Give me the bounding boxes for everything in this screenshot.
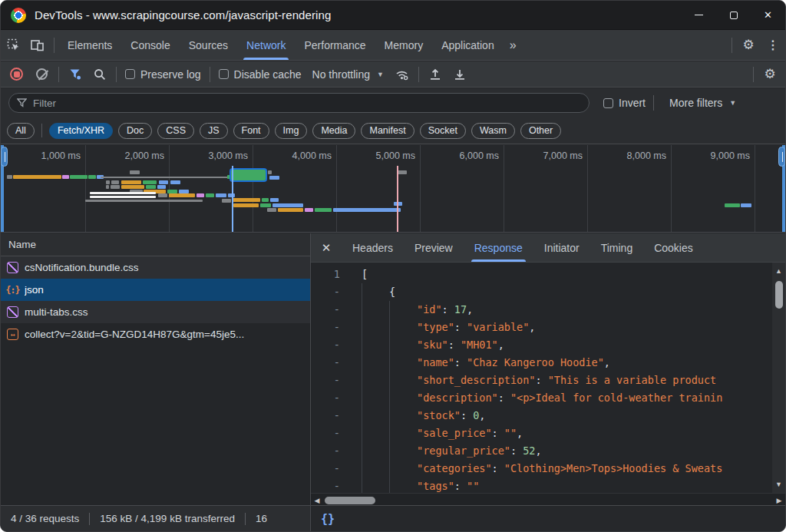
disable-cache-checkbox[interactable] [219, 69, 229, 79]
clear-network-log-icon[interactable] [36, 68, 48, 80]
line-content: "name": "Chaz Kangeroo Hoodie", [351, 354, 610, 372]
inspect-element-icon[interactable] [1, 34, 25, 57]
filter-chip-js[interactable]: JS [200, 123, 228, 139]
tab-sources[interactable]: Sources [180, 30, 237, 60]
device-toolbar-icon[interactable] [25, 34, 50, 57]
waterfall-bar [333, 208, 401, 212]
request-row-json[interactable]: {:}json [1, 279, 310, 301]
separator [653, 95, 654, 111]
filter-chip-wasm[interactable]: Wasm [471, 123, 515, 139]
waterfall-bar [222, 199, 231, 203]
kebab-menu-icon[interactable]: ⋮ [761, 34, 785, 57]
waterfall-bar [88, 175, 96, 179]
filter-funnel-icon[interactable] [63, 63, 88, 86]
filter-chip-other[interactable]: Other [520, 123, 561, 139]
record-network-log-icon[interactable] [10, 68, 23, 81]
tab-memory[interactable]: Memory [375, 30, 433, 60]
filter-chip-img[interactable]: Img [275, 123, 308, 139]
devtools-window: DevTools - www.scrapingcourse.com/javasc… [0, 0, 786, 532]
scroll-left-icon[interactable]: ◀ [311, 497, 323, 504]
filter-chip-media[interactable]: Media [312, 123, 355, 139]
waterfall-bar [157, 185, 166, 189]
pretty-print-button[interactable]: {} [321, 512, 335, 526]
preserve-log-toggle[interactable]: Preserve log [125, 68, 201, 81]
close-button[interactable]: ✕ [751, 1, 785, 29]
name-column-header[interactable]: Name [1, 233, 310, 256]
close-detail-icon[interactable]: ✕ [311, 241, 342, 255]
detail-tab-initiator[interactable]: Initiator [533, 233, 590, 262]
request-row-collect-v-2-tid-g-nzgd14[interactable]: ↔collect?v=2&tid=G-NZGD14H87G&gtm=45je5.… [1, 323, 310, 345]
throttling-select[interactable]: No throttling ▼ [312, 68, 384, 81]
import-har-icon[interactable] [423, 63, 447, 86]
tab-elements[interactable]: Elements [58, 30, 121, 60]
more-tabs-icon[interactable]: » [504, 38, 523, 52]
vertical-scroll-thumb[interactable] [775, 281, 783, 309]
line-content: "id": 17, [351, 301, 473, 319]
scroll-up-icon[interactable]: ▲ [775, 266, 782, 276]
filter-chip-font[interactable]: Font [233, 123, 269, 139]
grid-line [420, 145, 421, 232]
response-body-view[interactable]: 1[-{-"id": 17,-"type": "variable",-"sku"… [311, 263, 785, 493]
indent-guide [362, 442, 389, 460]
indent-guide [362, 336, 389, 354]
filter-funnel-small-icon [17, 98, 27, 107]
request-name: collect?v=2&tid=G-NZGD14H87G&gtm=45je5..… [25, 329, 244, 340]
vertical-scrollbar[interactable]: ▲ ▼ [772, 263, 785, 493]
tab-console[interactable]: Console [121, 30, 179, 60]
preserve-log-checkbox[interactable] [125, 69, 135, 79]
settings-gear-icon[interactable]: ⚙ [736, 34, 761, 57]
detail-tab-response[interactable]: Response [464, 233, 533, 262]
network-settings-gear-icon[interactable]: ⚙ [758, 63, 782, 86]
tab-performance[interactable]: Performance [295, 30, 375, 60]
tab-network[interactable]: Network [237, 30, 295, 60]
chevron-down-icon: ▼ [377, 71, 384, 78]
overview-left-handle[interactable] [1, 145, 4, 232]
css-file-icon [7, 306, 18, 318]
waterfall-bar [111, 180, 119, 184]
network-conditions-icon[interactable] [390, 63, 414, 86]
minimize-button[interactable] [682, 1, 716, 29]
maximize-button[interactable] [716, 1, 751, 29]
separator [41, 124, 42, 137]
filter-chip-manifest[interactable]: Manifest [361, 123, 414, 139]
filter-chip-doc[interactable]: Doc [118, 123, 152, 139]
request-list-pane: Name csNotification.bundle.css{:}jsonmul… [1, 233, 311, 507]
scroll-right-icon[interactable]: ▶ [773, 497, 785, 504]
detail-tab-preview[interactable]: Preview [404, 233, 464, 262]
grid-line [336, 145, 337, 232]
request-row-csnotification-bundle-cs[interactable]: csNotification.bundle.css [1, 256, 310, 279]
tick-label: 5,000 ms [354, 150, 415, 161]
detail-tab-headers[interactable]: Headers [342, 233, 404, 262]
detail-tab-cookies[interactable]: Cookies [643, 233, 704, 262]
code-line: -"description": "<p>Ideal for cold-weath… [311, 389, 771, 407]
detail-tab-timing[interactable]: Timing [590, 233, 644, 262]
waterfall-bar [233, 198, 260, 202]
indent-guide [389, 460, 417, 477]
filter-input[interactable]: Filter [8, 93, 590, 113]
scroll-down-icon[interactable]: ▼ [775, 479, 782, 490]
line-number: - [311, 477, 351, 493]
waterfall-bar [196, 193, 204, 197]
filter-chip-socket[interactable]: Socket [420, 123, 466, 139]
filter-chip-fetch-xhr[interactable]: Fetch/XHR [49, 123, 113, 139]
indent-guide [362, 460, 389, 477]
filter-area: Filter Invert More filters ▼ AllFetch/XH… [1, 88, 785, 144]
separator [116, 67, 117, 82]
filter-chip-all[interactable]: All [7, 123, 35, 139]
code-line: -"sku": "MH01", [311, 336, 771, 354]
invert-toggle[interactable]: Invert [603, 97, 646, 109]
network-overview-timeline[interactable]: 1,000 ms2,000 ms3,000 ms4,000 ms5,000 ms… [1, 145, 785, 233]
export-har-icon[interactable] [447, 63, 472, 86]
tab-application[interactable]: Application [432, 30, 504, 60]
line-number: - [311, 354, 351, 372]
invert-checkbox[interactable] [603, 98, 613, 108]
line-number: - [311, 319, 351, 336]
filter-chip-css[interactable]: CSS [157, 123, 194, 139]
horizontal-scroll-thumb[interactable] [325, 497, 375, 504]
overview-right-handle[interactable] [782, 145, 785, 232]
indent-guide [362, 319, 389, 336]
more-filters-button[interactable]: More filters ▼ [662, 97, 744, 109]
search-icon[interactable] [88, 63, 112, 86]
disable-cache-toggle[interactable]: Disable cache [219, 68, 302, 81]
request-row-multi-tabs-css[interactable]: multi-tabs.css [1, 301, 310, 323]
